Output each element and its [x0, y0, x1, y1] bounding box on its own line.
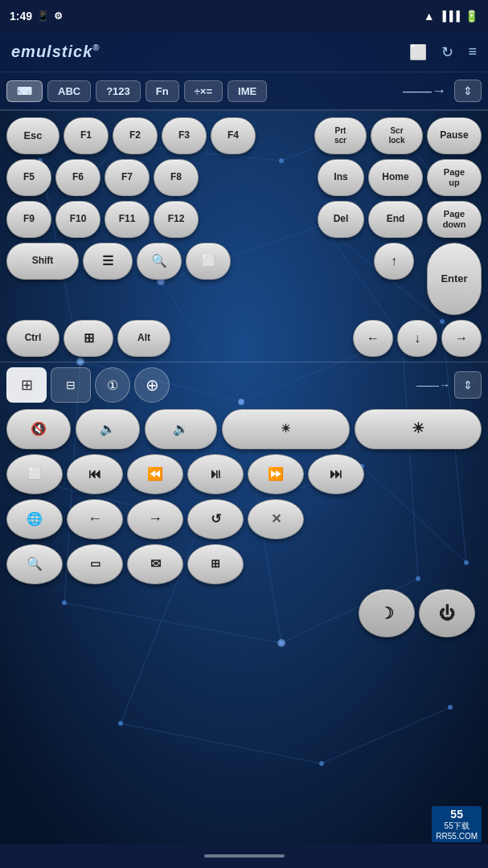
- mm-tab-num[interactable]: ①: [95, 367, 130, 403]
- key-del[interactable]: Del: [318, 201, 364, 238]
- tab-arrow: ——→: [403, 83, 446, 100]
- brand-reg: ®: [92, 43, 100, 52]
- key-down[interactable]: ↓: [397, 320, 437, 357]
- key-f8[interactable]: F8: [154, 159, 199, 196]
- mm-tab-grid[interactable]: ⊞: [6, 367, 47, 403]
- key-search-btn[interactable]: 🔍: [6, 544, 63, 584]
- key-window[interactable]: ⬜: [186, 243, 231, 280]
- status-left: 1:49 📱 ⚙: [10, 10, 63, 23]
- key-up[interactable]: ↑: [374, 243, 414, 280]
- key-f1[interactable]: F1: [64, 117, 109, 154]
- key-row-5: Ctrl ⊞ Alt ← ↓ →: [6, 320, 482, 357]
- tab-ime[interactable]: IME: [228, 80, 267, 102]
- svg-point-39: [448, 705, 453, 710]
- key-brightness-high[interactable]: ☀: [355, 409, 482, 449]
- tab-switch-icon[interactable]: ⇕: [454, 80, 482, 102]
- key-row-1: Esc F1 F2 F3 F4 Prtscr Scrlock Pause: [6, 117, 482, 154]
- key-stop[interactable]: ⬜: [6, 454, 63, 494]
- key-browser-refresh[interactable]: ↺: [187, 499, 244, 539]
- key-prtscr[interactable]: Prtscr: [314, 117, 367, 154]
- keyboard-area: Esc F1 F2 F3 F4 Prtscr Scrlock Pause F5 …: [0, 111, 488, 360]
- signal-icon: ▐▐▐: [439, 10, 460, 22]
- key-row-3: F9 F10 F11 F12 Del End Pagedown: [6, 201, 482, 238]
- key-ins[interactable]: Ins: [318, 159, 364, 196]
- key-shift[interactable]: Shift: [6, 243, 79, 280]
- key-f3[interactable]: F3: [162, 117, 207, 154]
- key-taskbar[interactable]: ▭: [67, 544, 123, 584]
- key-f5[interactable]: F5: [6, 159, 51, 196]
- vol-row: 🔇 🔈 🔉 ☀ ☀: [6, 409, 482, 449]
- multimedia-tabs: ⊞ ⊟ ① ⊕ ——→ ⇕: [6, 367, 482, 403]
- tab-fn[interactable]: Fn: [146, 80, 179, 102]
- mm-tab-list[interactable]: ⊟: [51, 367, 91, 403]
- key-alt[interactable]: Alt: [117, 320, 170, 357]
- menu-icon[interactable]: ≡: [468, 43, 477, 60]
- tab-keyboard[interactable]: ⌨: [6, 80, 43, 102]
- watermark-icon: 55: [436, 808, 478, 821]
- mm-arrow: ——→: [416, 379, 450, 391]
- key-f11[interactable]: F11: [105, 201, 150, 238]
- watermark-line3: RR55.COM: [436, 832, 478, 841]
- key-ctrl[interactable]: Ctrl: [6, 320, 59, 357]
- key-power[interactable]: ⏻: [419, 589, 475, 637]
- key-row-4: Shift ☰ 🔍 ⬜ ↑ Enter: [6, 243, 482, 315]
- key-f6[interactable]: F6: [55, 159, 100, 196]
- home-indicator[interactable]: [204, 854, 285, 858]
- screen-icon[interactable]: ⬜: [409, 43, 427, 61]
- key-left[interactable]: ←: [353, 320, 393, 357]
- top-bar: emulstick® ⬜ ↻ ≡: [0, 32, 488, 72]
- browser-row: 🌐 ← → ↺ ✕: [6, 499, 482, 539]
- bottom-bar: [0, 844, 488, 868]
- key-search[interactable]: 🔍: [137, 243, 182, 280]
- refresh-icon[interactable]: ↻: [441, 43, 453, 61]
- key-prev[interactable]: ⏮: [67, 454, 123, 494]
- key-f12[interactable]: F12: [154, 201, 199, 238]
- key-context[interactable]: ☰: [83, 243, 133, 280]
- key-f10[interactable]: F10: [55, 201, 100, 238]
- key-pause[interactable]: Pause: [427, 117, 482, 154]
- status-bar: 1:49 📱 ⚙ ▲ ▐▐▐ 🔋: [0, 0, 488, 32]
- sim-icon: 📱: [37, 10, 49, 22]
- key-right[interactable]: →: [441, 320, 482, 357]
- key-vol-up[interactable]: 🔉: [145, 409, 217, 449]
- key-enter[interactable]: Enter: [427, 243, 482, 315]
- key-end[interactable]: End: [368, 201, 423, 238]
- tab-abc[interactable]: ABC: [47, 80, 91, 102]
- key-winkey[interactable]: ⊞: [64, 320, 113, 357]
- key-playpause[interactable]: ⏯: [187, 454, 244, 494]
- key-esc[interactable]: Esc: [6, 117, 59, 154]
- key-browser-home[interactable]: 🌐: [6, 499, 63, 539]
- key-mute[interactable]: 🔇: [6, 409, 71, 449]
- key-next[interactable]: ⏭: [308, 454, 364, 494]
- key-pagedown[interactable]: Pagedown: [427, 201, 482, 238]
- top-icons: ⬜ ↻ ≡: [409, 43, 477, 61]
- key-f7[interactable]: F7: [105, 159, 150, 196]
- key-f9[interactable]: F9: [6, 201, 51, 238]
- key-fastforward[interactable]: ⏩: [248, 454, 304, 494]
- key-vol-down[interactable]: 🔈: [76, 409, 140, 449]
- brand: emulstick®: [11, 43, 100, 61]
- key-browser-forward[interactable]: →: [127, 499, 183, 539]
- key-browser-close[interactable]: ✕: [248, 499, 304, 539]
- key-f4[interactable]: F4: [211, 117, 256, 154]
- mm-switch-icon[interactable]: ⇕: [454, 371, 482, 399]
- power-row: ☽ ⏻: [6, 589, 482, 637]
- tab-num[interactable]: ?123: [96, 80, 141, 102]
- key-browser-back[interactable]: ←: [67, 499, 123, 539]
- key-brightness-low[interactable]: ☀: [222, 409, 350, 449]
- media-row: ⬜ ⏮ ⏪ ⏯ ⏩ ⏭: [6, 454, 482, 494]
- key-rewind[interactable]: ⏪: [127, 454, 183, 494]
- key-sleep[interactable]: ☽: [359, 589, 415, 637]
- key-pageup[interactable]: Pageup: [427, 159, 482, 196]
- watermark: 55 55下载 RR55.COM: [432, 806, 482, 842]
- tab-symbols[interactable]: ÷×=: [184, 80, 223, 102]
- key-home[interactable]: Home: [368, 159, 423, 196]
- key-scrlock[interactable]: Scrlock: [371, 117, 423, 154]
- key-calculator[interactable]: ⊞: [187, 544, 244, 584]
- key-f2[interactable]: F2: [113, 117, 158, 154]
- key-mail[interactable]: ✉: [127, 544, 183, 584]
- key-row-2: F5 F6 F7 F8 Ins Home Pageup: [6, 159, 482, 196]
- mm-tab-plus[interactable]: ⊕: [134, 367, 170, 403]
- time-display: 1:49: [10, 10, 32, 23]
- battery-icon: 🔋: [465, 10, 478, 23]
